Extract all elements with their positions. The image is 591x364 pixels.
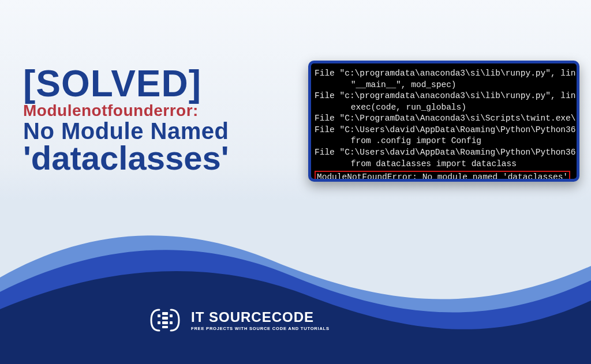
brand-logo-text: IT SOURCECODE FREE PROJECTS WITH SOURCE … (191, 309, 330, 331)
brand-title: IT SOURCECODE (191, 309, 330, 325)
headline-solved: [SOLVED] (23, 66, 294, 102)
terminal-line: "__main__", mod_spec) (315, 80, 577, 91)
promo-canvas: [SOLVED] Modulenotfounderror: No Module … (0, 0, 591, 364)
decorative-waves (0, 214, 591, 364)
svg-rect-2 (162, 321, 168, 324)
terminal-line: from .config import Config (315, 136, 577, 147)
svg-rect-7 (170, 321, 173, 324)
terminal-line: exec(code, run_globals) (315, 102, 577, 114)
svg-rect-0 (162, 312, 168, 315)
svg-rect-6 (170, 314, 173, 317)
terminal-line: File "C:\Users\david\AppData\Roaming\Pyt… (315, 147, 577, 159)
brand-logo-block: IT SOURCECODE FREE PROJECTS WITH SOURCE … (147, 306, 330, 334)
terminal-line: File "c:\programdata\anaconda3\si\lib\ru… (315, 91, 577, 102)
headline-block: [SOLVED] Modulenotfounderror: No Module … (23, 66, 294, 174)
svg-rect-5 (158, 321, 160, 324)
terminal-line: from dataclasses import dataclass (315, 159, 577, 170)
headline-error-name: Modulenotfounderror: (23, 103, 294, 119)
svg-rect-3 (162, 326, 168, 328)
headline-module-name: 'dataclasses' (23, 142, 294, 174)
terminal-line: File "C:\Users\david\AppData\Roaming\Pyt… (315, 125, 577, 136)
brand-logo-icon (147, 306, 183, 334)
terminal-window: File "c:\programdata\anaconda3\si\lib\ru… (308, 61, 579, 182)
terminal-line: File "C:\ProgramData\Anaconda3\si\Script… (315, 113, 577, 125)
terminal-line: File "c:\programdata\anaconda3\si\lib\ru… (315, 68, 577, 80)
wave-svg (0, 214, 591, 364)
brand-subtitle: FREE PROJECTS WITH SOURCE CODE AND TUTOR… (191, 326, 330, 331)
svg-rect-1 (162, 317, 168, 320)
terminal-error-line: ModuleNotFoundError: No module named 'da… (315, 171, 570, 182)
svg-rect-4 (158, 314, 160, 317)
